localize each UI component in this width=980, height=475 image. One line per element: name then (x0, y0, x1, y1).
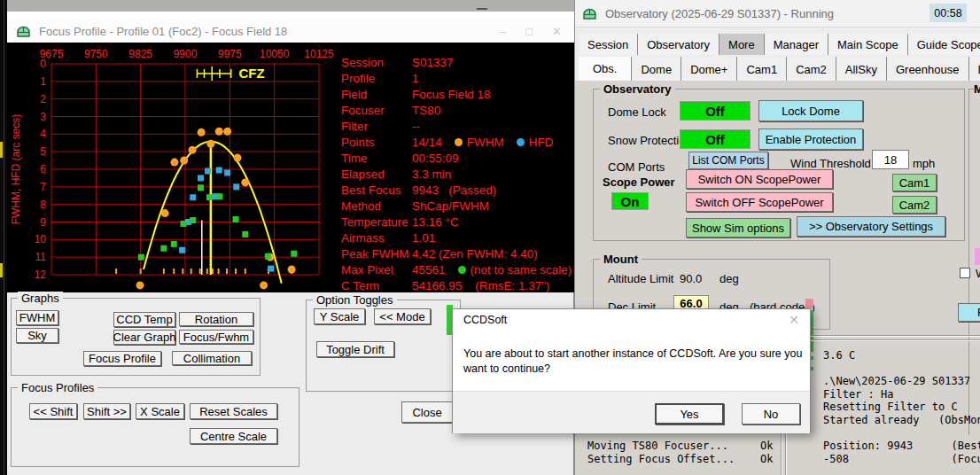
focus-info-value: 45561 (412, 263, 446, 276)
enable-protection-button[interactable]: Enable Protection (758, 128, 863, 150)
show-sim-options-button[interactable]: Show Sim options (686, 218, 790, 238)
close-button[interactable]: Close (401, 401, 453, 423)
focus-info-label: Peak FWHM (341, 247, 412, 261)
tab-cam1[interactable]: Cam1 (737, 57, 787, 81)
fwhm-point (234, 154, 242, 162)
maxpixel-point (216, 193, 222, 199)
focus-info-row: FieldFocus Field 18 (341, 86, 491, 102)
switch-on-scopepower-button[interactable]: Switch ON ScopePower (686, 169, 833, 189)
focus-profile-button[interactable]: Focus Profile (83, 351, 161, 366)
observatory-titlebar[interactable]: Observatory (2025-06-29 S01337) - Runnin… (575, 0, 980, 27)
ccdsoft-dialog: CCDSoft ✕ You are about to start another… (452, 308, 811, 433)
toggle-drift-button[interactable]: Toggle Drift (316, 341, 394, 357)
tab-guide-scope[interactable]: Guide Scope (908, 34, 980, 55)
x-scale-button[interactable]: X Scale (136, 403, 184, 419)
maxpixel-point (265, 253, 271, 260)
fwhm-point (260, 281, 268, 289)
tab-main-scope[interactable]: Main Scope (828, 34, 908, 55)
no-button[interactable]: No (742, 403, 800, 424)
y-tick-label: 0 (40, 58, 46, 70)
tab-more[interactable]: More (719, 34, 765, 55)
x-tick-label: 9750 (84, 48, 108, 60)
tab-greenhouse[interactable]: Greenhouse (887, 57, 969, 81)
log-line: Started already (ObsMoni (823, 414, 980, 427)
background-minimize-glyph[interactable] (477, 8, 487, 10)
rotation-button[interactable]: Rotation (179, 312, 253, 326)
edge-button[interactable]: F (958, 303, 980, 322)
tab-session[interactable]: Session (579, 34, 638, 55)
snow-protection-state: Off (680, 129, 751, 149)
focus-fwhm-button[interactable]: Focus/Fwhm (179, 330, 253, 344)
collimation-button[interactable]: Collimation (172, 351, 252, 365)
shift-right-button[interactable]: Shift >> (83, 403, 130, 419)
dome-lock-label: Dome Lock (608, 105, 666, 119)
cam2-button[interactable]: Cam2 (892, 196, 937, 214)
list-com-ports-button[interactable]: List COM Ports (688, 152, 768, 169)
tab-cam2[interactable]: Cam2 (787, 57, 836, 81)
focus-info-row: MethodShCap/FWHM (341, 198, 489, 214)
tab-dome[interactable]: Dome (632, 57, 681, 81)
log-line: 3.6 C (823, 349, 980, 362)
log-line: Position: 9943 (Best Fo (823, 440, 980, 453)
edge-checkbox[interactable] (960, 268, 970, 278)
tab-obs-[interactable]: Obs. (579, 57, 632, 81)
dialog-close-icon[interactable]: ✕ (789, 313, 799, 327)
minimize-icon[interactable]: – (500, 25, 506, 38)
maxpixel-point (233, 216, 239, 222)
fwhm-point (161, 209, 169, 217)
tab-dome-[interactable]: Dome+ (681, 57, 737, 81)
switch-off-scopepower-button[interactable]: Switch OFF ScopePower (686, 192, 833, 212)
tab-data[interactable]: Data (969, 57, 980, 81)
clear-graph-button[interactable]: Clear Graph (113, 330, 175, 345)
fwhm-point (198, 128, 206, 136)
tab-allsky[interactable]: AllSky (836, 57, 887, 81)
maximize-icon[interactable]: □ (525, 25, 533, 38)
secondary-tab-strip: Obs.DomeDome+Cam1Cam2AllSkyGreenhouseDat… (579, 57, 980, 81)
sky-button[interactable]: Sky (16, 328, 58, 343)
log-line: Setting Focus Offset... Ok (587, 453, 774, 466)
fwhm-legend-label: FWHM (467, 136, 504, 149)
reset-scales-button[interactable]: Reset Scales (190, 403, 277, 419)
x-tick-label: 9900 (174, 48, 198, 60)
centre-scale-button[interactable]: Centre Scale (190, 428, 277, 444)
x-tick-label: 10050 (260, 48, 290, 60)
fwhm-button[interactable]: FWHM (16, 310, 58, 325)
focus-info-row: FocuserTS80 (341, 102, 440, 118)
observatory-settings-button[interactable]: >> Observatory Settings (797, 216, 945, 237)
focus-info-value: Focus Field 18 (412, 88, 491, 101)
lock-dome-button[interactable]: Lock Dome (758, 100, 863, 121)
x-tick-label: 10125 (304, 48, 334, 60)
partially-hidden-control (975, 248, 980, 265)
maxpixel-point (242, 231, 248, 238)
maxpixel-point (198, 184, 204, 191)
hfd-point (190, 194, 196, 200)
tab-observatory[interactable]: Observatory (638, 34, 719, 55)
focus-info-label: Profile (341, 72, 412, 85)
focus-profile-titlebar[interactable]: Focus Profile - Profile 01 (Foc2) - Focu… (7, 19, 574, 43)
focus-info-label: Temperature (341, 215, 412, 229)
focus-info-value: 3.3 min (412, 167, 451, 181)
close-icon[interactable]: ✕ (552, 25, 562, 38)
y-scale-button[interactable]: Y Scale (314, 308, 365, 324)
log-left-column: Moving TS80 Focuser... OkSetting Focus O… (587, 440, 774, 465)
scope-power-label: Scope Power (603, 175, 675, 189)
max-pixel-legend-dot (458, 266, 466, 274)
wind-threshold-input[interactable] (872, 150, 909, 169)
focus-info-row: Temperature13.16 °C (341, 214, 459, 230)
altitude-limit-unit: deg (719, 272, 739, 285)
shift-left-button[interactable]: << Shift (29, 403, 77, 419)
mode-button[interactable]: << Mode (374, 308, 431, 324)
y-tick-label: 8 (40, 199, 46, 211)
ccdsoft-dialog-titlebar[interactable]: CCDSoft ✕ (453, 309, 810, 331)
dialog-message-line: want to continue? (463, 362, 802, 377)
tab-manager[interactable]: Manager (765, 34, 828, 55)
desktop-left-strip-line (4, 0, 4, 475)
log-line: -508 (Focus O (823, 453, 980, 466)
ccd-temp-button[interactable]: CCD Temp (113, 312, 175, 327)
edge-group-label: M (974, 82, 980, 96)
hfd-point (224, 169, 230, 175)
focus-info-value: -- (412, 120, 420, 133)
yes-button[interactable]: Yes (655, 403, 724, 424)
cam1-button[interactable]: Cam1 (892, 174, 937, 191)
x-tick-label: 9825 (128, 48, 152, 60)
